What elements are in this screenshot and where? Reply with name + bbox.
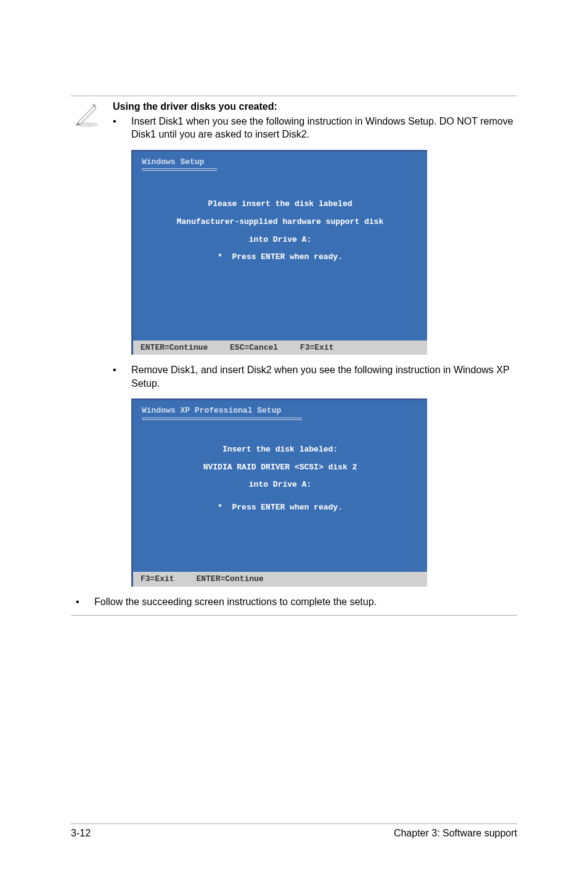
chapter-title: Chapter 3: Software support: [394, 828, 517, 839]
note-body: Using the driver disks you created: • In…: [113, 100, 517, 611]
bios-statusbar: F3=Exit ENTER=Continue: [133, 572, 427, 587]
bios-line: into Drive A:: [142, 231, 419, 249]
page-number: 3-12: [71, 828, 91, 839]
note-heading: Using the driver disks you created:: [113, 100, 517, 113]
status-enter: ENTER=Continue: [141, 343, 208, 352]
bullet-text: Insert Disk1 when you see the following …: [131, 115, 517, 141]
bullet-item: • Remove Disk1, and insert Disk2 when yo…: [113, 363, 517, 390]
bios-title: Windows Setup: [133, 152, 427, 169]
status-f3: F3=Exit: [141, 574, 174, 584]
bios-title: Windows XP Professional Setup: [133, 400, 427, 418]
page-footer: 3-12 Chapter 3: Software support: [71, 823, 517, 839]
bios-content: Insert the disk labeled: NVIDIA RAID DRI…: [133, 420, 427, 572]
bios-statusbar: ENTER=Continue ESC=Cancel F3=Exit: [133, 340, 427, 355]
status-f3: F3=Exit: [300, 343, 334, 352]
bullet-dot: •: [113, 363, 116, 390]
note-box: Using the driver disks you created: • In…: [71, 96, 517, 616]
bullet-item: • Follow the succeeding screen instructi…: [76, 595, 517, 609]
bios-line: * Press ENTER when ready.: [142, 499, 419, 517]
bios-content: Please insert the disk labeled Manufactu…: [133, 171, 427, 340]
bios-line: Manufacturer-supplied hardware support d…: [142, 213, 419, 231]
status-enter: ENTER=Continue: [196, 574, 263, 584]
bios-line: into Drive A:: [142, 476, 419, 494]
status-esc: ESC=Cancel: [230, 343, 278, 352]
bullet-item: • Insert Disk1 when you see the followin…: [113, 115, 517, 141]
bios-line: Please insert the disk labeled: [142, 196, 419, 213]
page-content: Using the driver disks you created: • In…: [0, 0, 588, 616]
bios-line: NVIDIA RAID DRIVER <SCSI> disk 2: [142, 459, 419, 477]
pencil-note-icon: [71, 100, 102, 611]
bios-window: Windows XP Professional Setup Insert the…: [131, 398, 427, 586]
bios-screenshot-1: Windows Setup Please insert the disk lab…: [131, 150, 517, 355]
bios-screenshot-2: Windows XP Professional Setup Insert the…: [131, 398, 517, 586]
bios-line: * Press ENTER when ready.: [142, 249, 419, 266]
bullet-text: Remove Disk1, and insert Disk2 when you …: [131, 363, 517, 390]
bios-line: Insert the disk labeled:: [142, 441, 419, 459]
bullet-dot: •: [113, 115, 116, 141]
bullet-text: Follow the succeeding screen instruction…: [94, 595, 517, 609]
bios-window: Windows Setup Please insert the disk lab…: [131, 150, 427, 355]
bullet-dot: •: [76, 595, 80, 609]
